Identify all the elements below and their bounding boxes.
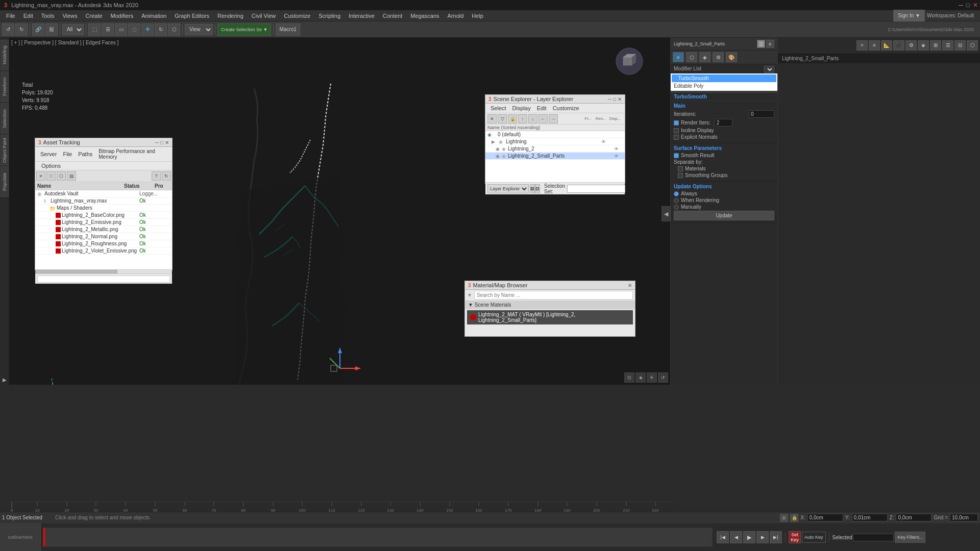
timeline-ruler[interactable]: 0 10 20 30 40 50 60 70 80 90 100 110 120… [9, 502, 674, 512]
at-menu-paths[interactable]: Paths [75, 151, 95, 158]
select-center-btn[interactable]: ⊙ [780, 514, 788, 522]
unlink-btn[interactable]: ⛓ [45, 23, 58, 36]
menu-create[interactable]: Create [82, 12, 107, 20]
panel-collapse-arrow[interactable]: ◀ [662, 206, 671, 221]
menu-file[interactable]: File [2, 12, 19, 20]
at-tb-btn2[interactable]: □ [46, 171, 56, 181]
viewport-gizmo[interactable] [614, 46, 645, 77]
iterations-input[interactable] [749, 110, 774, 118]
select-by-name-btn[interactable]: ☰ [102, 23, 114, 36]
se-tb-filter[interactable]: ▽ [498, 114, 507, 123]
at-row-violet[interactable]: Lightning_2_Violet_Emissive.png Ok [35, 247, 172, 255]
frp-btn4[interactable]: ⬛ [893, 40, 904, 51]
update-btn[interactable]: Update [674, 211, 774, 220]
se-menu-select[interactable]: Select [487, 105, 509, 112]
menu-graph-editors[interactable]: Graph Editors [170, 12, 213, 20]
menu-views[interactable]: Views [58, 12, 81, 20]
rotate-btn[interactable]: ↻ [155, 23, 167, 36]
render-iters-cb[interactable] [674, 120, 679, 126]
x-input[interactable] [807, 514, 843, 521]
go-to-start-btn[interactable]: |◀ [717, 531, 729, 543]
se-footer-dropdown[interactable]: Layer Explorer [487, 184, 529, 193]
mb-material-row[interactable]: Lightning_2_MAT ( VRayMtl ) [Lightning_2… [467, 310, 633, 324]
play-btn[interactable]: ▶ [743, 531, 755, 543]
selected-set-input[interactable] [853, 534, 894, 541]
side-tab-selection[interactable]: Selection [1, 103, 9, 134]
at-row-max-file[interactable]: 3 Lightning_max_vray.max Ok [35, 197, 172, 205]
se-row-lightning2-small-parts[interactable]: ◉ ◉ Lightning_2_Small_Parts 👁 [485, 153, 625, 160]
menu-modifiers[interactable]: Modifiers [107, 12, 138, 20]
z-input[interactable] [896, 514, 932, 521]
undo-btn[interactable]: ↺ [2, 23, 14, 36]
selection-filter-dropdown[interactable]: All [62, 24, 84, 35]
panel-icon-2[interactable]: ⬡ [686, 52, 697, 62]
move-btn[interactable]: ✛ [141, 23, 154, 36]
menu-animation[interactable]: Animation [137, 12, 170, 20]
minimize-btn[interactable]: ─ [959, 2, 963, 9]
zoom-extents-btn[interactable]: ⊡ [624, 372, 634, 383]
menu-civil-view[interactable]: Civil View [248, 12, 280, 20]
se-tb-lock[interactable]: 🔒 [508, 114, 517, 123]
timeline-track[interactable] [43, 528, 713, 547]
go-to-end-btn[interactable]: ▶| [770, 531, 782, 543]
smooth-result-cb[interactable] [674, 153, 679, 158]
se-menu-edit[interactable]: Edit [534, 105, 550, 112]
se-menu-display[interactable]: Display [509, 105, 534, 112]
view-dropdown[interactable]: View [185, 24, 213, 35]
prev-frame-btn[interactable]: ◀ [730, 531, 742, 543]
at-tb-help[interactable]: ? [152, 171, 161, 181]
at-row-basecolor[interactable]: Lightning_2_BaseColor.png Ok [35, 212, 172, 219]
at-scrollbar[interactable] [35, 269, 172, 273]
close-btn[interactable]: ✕ [973, 2, 978, 9]
se-minimize-btn[interactable]: ─ [608, 96, 611, 102]
panel-icon-1[interactable]: ≡ [673, 52, 684, 62]
modifier-dropdown[interactable]: ▼ [764, 66, 774, 73]
at-menu-server[interactable]: Server [37, 151, 60, 158]
grid-input[interactable] [950, 514, 978, 521]
se-footer-btn2[interactable]: ⊟ [535, 184, 540, 193]
always-rb[interactable] [674, 191, 679, 196]
frp-btn9[interactable]: ⊟ [954, 40, 966, 51]
at-row-vault[interactable]: ⊕ Autodesk Vault Logge... [35, 190, 172, 197]
at-close-btn[interactable]: ✕ [165, 140, 169, 145]
menu-tools[interactable]: Tools [37, 12, 59, 20]
frp-btn7[interactable]: ⊞ [930, 40, 941, 51]
redo-btn[interactable]: ↻ [15, 23, 28, 36]
at-menu-file[interactable]: File [60, 151, 75, 158]
lock-btn[interactable]: 🔒 [790, 514, 798, 522]
render-iters-input[interactable] [715, 119, 732, 127]
frp-btn5[interactable]: ⚙ [905, 40, 917, 51]
panel-icon-4[interactable]: ⚙ [713, 52, 724, 62]
macro1-btn[interactable]: Macro1 [276, 23, 300, 36]
side-tab-freeform[interactable]: Freeform [1, 71, 9, 102]
mb-close-btn[interactable]: ✕ [628, 283, 632, 288]
smoothing-groups-cb[interactable] [678, 173, 683, 178]
frp-btn1[interactable]: + [856, 40, 868, 51]
set-key-btn[interactable]: Set Key [789, 531, 801, 543]
selection-set-input[interactable] [567, 185, 625, 193]
se-maximize-btn[interactable]: □ [613, 96, 616, 102]
menu-customize[interactable]: Customize [280, 12, 314, 20]
explicit-normals-cb[interactable] [674, 135, 679, 140]
menu-arnold[interactable]: Arnold [444, 12, 468, 20]
se-tb-up[interactable]: ↑ [518, 114, 527, 123]
at-tb-btn1[interactable]: ≡ [36, 171, 45, 181]
expand-btn[interactable]: ▶ [3, 377, 7, 383]
at-tb-btn3[interactable]: ⬡ [57, 171, 66, 181]
side-tab-object-paint[interactable]: Object Paint [1, 135, 9, 165]
when-rendering-rb[interactable] [674, 198, 679, 203]
se-tb-left[interactable]: ← [538, 114, 548, 123]
frp-btn2[interactable]: ≡ [869, 40, 880, 51]
link-btn[interactable]: 🔗 [32, 23, 44, 36]
se-row-default[interactable]: ◉ 0 (default) [485, 131, 625, 138]
at-search-input[interactable] [37, 276, 170, 283]
mb-search-input[interactable] [474, 291, 633, 299]
at-row-roughness[interactable]: Lightning_2_Roughness.png Ok [35, 240, 172, 247]
se-row-lightning[interactable]: ▶ ◉ Lightning 👁 [485, 138, 625, 145]
rect-select-btn[interactable]: ▭ [115, 23, 127, 36]
se-footer-btn1[interactable]: ⊞ [530, 184, 535, 193]
at-row-normal[interactable]: Lightning_2_Normal.png Ok [35, 233, 172, 240]
se-tb-down[interactable]: ↓ [528, 114, 537, 123]
at-tb-btn4[interactable]: ▤ [67, 171, 76, 181]
menu-help[interactable]: Help [468, 12, 487, 20]
